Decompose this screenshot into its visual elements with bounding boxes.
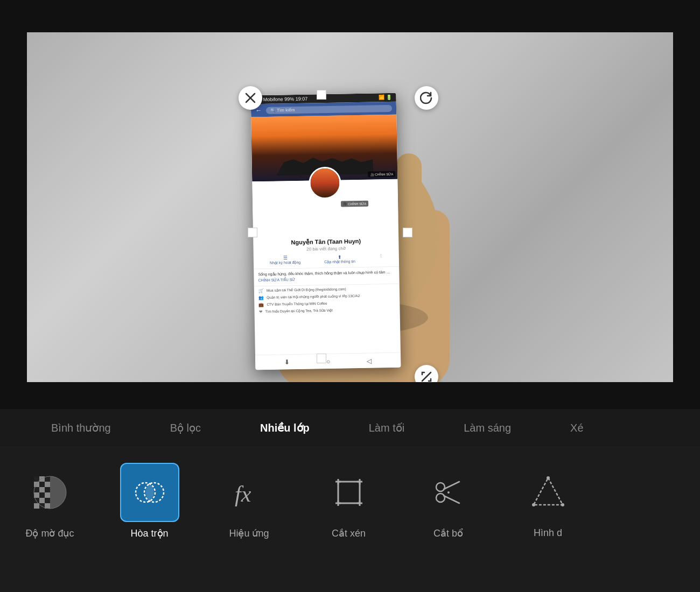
tool-hieu-ung[interactable]: fx Hiệu ứng: [199, 463, 299, 539]
tool-hoa-tron-label: Hòa trộn: [130, 527, 168, 539]
svg-marker-50: [534, 478, 563, 505]
svg-line-11: [422, 372, 431, 381]
svg-rect-25: [45, 492, 50, 498]
shape-icon: [529, 474, 567, 511]
svg-rect-26: [34, 498, 39, 503]
svg-rect-30: [39, 503, 45, 509]
crop-handle-left[interactable]: [248, 228, 257, 237]
svg-point-51: [547, 476, 550, 480]
phone-avatar-section: 🎥 CHỈNH SỬA: [252, 179, 398, 220]
mode-lam-sang[interactable]: Làm sáng: [434, 422, 541, 434]
mode-binh-thuong[interactable]: Bình thường: [22, 421, 141, 434]
tool-bar: Độ mờ đục Hòa trộn fx Hiệu ứng: [0, 447, 700, 592]
svg-rect-36: [338, 482, 360, 503]
mode-bar: Bình thường Bộ lọc Nhiều lớp Làm tối Làm…: [0, 409, 700, 447]
tool-cat-bo-label: Cắt bổ: [433, 527, 463, 539]
svg-rect-27: [39, 498, 45, 503]
svg-rect-28: [45, 498, 50, 503]
tool-cat-xen-label: Cắt xén: [332, 527, 366, 539]
tool-cat-xen[interactable]: Cắt xén: [299, 463, 398, 539]
mode-lam-toi[interactable]: Làm tối: [339, 421, 434, 434]
svg-point-45: [436, 483, 445, 491]
tool-hinh-d-label: Hình d: [534, 527, 562, 539]
phone-info-list: 🛒Mua sắm tại Thế Giới Di Động (thegioidi…: [254, 284, 400, 319]
phone-bottom-nav: ⬇ ○ ◁: [255, 353, 401, 370]
phone-actions: ☰ Nhật ký hoạt động ⬆ Cập nhật thông tin…: [254, 250, 399, 270]
phone-bio: Sống ngẫu hứng, đều khóc thầm, thích hồn…: [254, 267, 400, 287]
tool-hoa-tron[interactable]: Hòa trộn: [100, 463, 199, 539]
svg-line-47: [444, 482, 459, 489]
cutout-icon: [430, 474, 467, 511]
phone-overlay: VN Mobifone 99% 19:07 📶 🔋 ← 🔍 Tìm kiếm 🎥…: [251, 93, 401, 370]
crop-icon: [330, 474, 368, 511]
svg-text:fx: fx: [235, 482, 251, 506]
svg-rect-24: [39, 492, 45, 498]
svg-point-53: [532, 503, 535, 506]
svg-rect-18: [39, 482, 45, 487]
crop-handle-bottom[interactable]: [317, 354, 326, 363]
svg-point-49: [447, 491, 450, 494]
rotate-button[interactable]: [415, 86, 438, 110]
svg-rect-15: [39, 476, 45, 482]
mode-bo-loc[interactable]: Bộ lọc: [141, 421, 230, 434]
fx-icon: fx: [230, 474, 268, 511]
svg-line-48: [444, 496, 459, 503]
svg-point-52: [561, 503, 564, 506]
crop-handle-top[interactable]: [317, 90, 326, 100]
blend-icon: [131, 474, 169, 511]
svg-rect-19: [45, 482, 50, 487]
phone-avatar: [309, 166, 341, 199]
opacity-icon: [31, 474, 69, 511]
phone-cover-edit-badge: 🎥 CHỈNH SỬA: [368, 171, 395, 178]
mode-nhieu-lop[interactable]: Nhiều lớp: [230, 421, 339, 434]
close-button[interactable]: [239, 86, 262, 110]
tool-cat-bo[interactable]: Cắt bổ: [398, 463, 498, 539]
crop-handle-right[interactable]: [403, 228, 412, 237]
tool-hieu-ung-label: Hiệu ứng: [229, 527, 269, 539]
svg-rect-22: [45, 487, 50, 492]
tool-hinh-d[interactable]: Hình d: [498, 463, 598, 539]
svg-point-46: [436, 494, 445, 502]
svg-rect-17: [34, 482, 39, 487]
background-photo: VN Mobifone 99% 19:07 📶 🔋 ← 🔍 Tìm kiếm 🎥…: [27, 32, 673, 382]
canvas-area: VN Mobifone 99% 19:07 📶 🔋 ← 🔍 Tìm kiếm 🎥…: [27, 32, 673, 382]
tool-do-mo-duc-label: Độ mờ đục: [25, 527, 74, 539]
phone-avatar-edit-badge: 🎥 CHỈNH SỬA: [341, 201, 368, 207]
tool-do-mo-duc[interactable]: Độ mờ đục: [0, 463, 100, 539]
mode-xe[interactable]: Xé: [541, 422, 613, 434]
svg-rect-21: [39, 487, 45, 492]
